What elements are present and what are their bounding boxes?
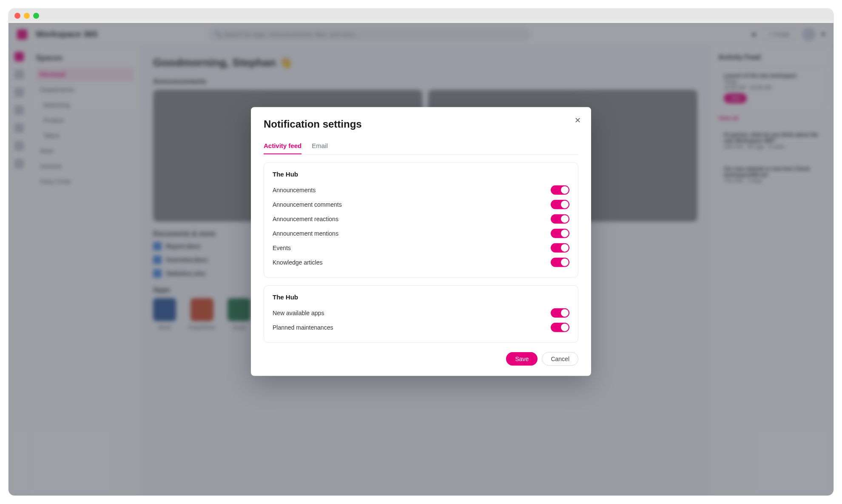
close-button[interactable]: ✕: [575, 115, 581, 125]
tab-activity-feed[interactable]: Activity feed: [264, 137, 302, 154]
window-close-icon[interactable]: [14, 13, 20, 19]
setting-row: Knowledge articles: [273, 255, 569, 269]
notification-settings-modal: Notification settings ✕ Activity feed Em…: [251, 107, 591, 376]
setting-row: Announcement comments: [273, 197, 569, 211]
toggle-planned-maintenances[interactable]: [551, 322, 569, 332]
setting-row: New available apps: [273, 305, 569, 320]
setting-label: Events: [273, 244, 291, 251]
modal-actions: Save Cancel: [264, 352, 578, 365]
setting-row: Planned maintenances: [273, 320, 569, 334]
setting-label: Announcement mentions: [273, 230, 339, 236]
tab-email[interactable]: Email: [312, 137, 328, 154]
toggle-events[interactable]: [551, 243, 569, 252]
save-button[interactable]: Save: [506, 352, 538, 365]
close-icon: ✕: [575, 116, 581, 124]
setting-row: Events: [273, 240, 569, 255]
toggle-knowledge-articles[interactable]: [551, 257, 569, 267]
group-title: The Hub: [273, 170, 569, 177]
toggle-announcement-mentions[interactable]: [551, 228, 569, 238]
settings-group: The Hub New available apps Planned maint…: [264, 285, 578, 342]
setting-label: Knowledge articles: [273, 259, 323, 265]
setting-row: Announcement reactions: [273, 211, 569, 226]
modal-tabs: Activity feed Email: [264, 137, 578, 154]
group-title: The Hub: [273, 293, 569, 300]
titlebar: [9, 9, 833, 23]
modal-title: Notification settings: [264, 118, 578, 130]
cancel-button[interactable]: Cancel: [542, 352, 578, 365]
setting-row: Announcement mentions: [273, 226, 569, 240]
setting-label: New available apps: [273, 309, 324, 316]
settings-group: The Hub Announcements Announcement comme…: [264, 162, 578, 277]
window-minimize-icon[interactable]: [24, 13, 30, 19]
toggle-announcements[interactable]: [551, 185, 569, 194]
window-zoom-icon[interactable]: [33, 13, 39, 19]
toggle-new-apps[interactable]: [551, 308, 569, 317]
toggle-announcement-comments[interactable]: [551, 199, 569, 209]
mac-window: Workspace 365 🔍 Search for Apps, Announc…: [9, 9, 833, 495]
setting-label: Announcement reactions: [273, 215, 339, 222]
setting-label: Announcement comments: [273, 201, 342, 208]
setting-label: Announcements: [273, 186, 316, 193]
setting-row: Announcements: [273, 182, 569, 197]
toggle-announcement-reactions[interactable]: [551, 214, 569, 223]
setting-label: Planned maintenances: [273, 324, 333, 330]
